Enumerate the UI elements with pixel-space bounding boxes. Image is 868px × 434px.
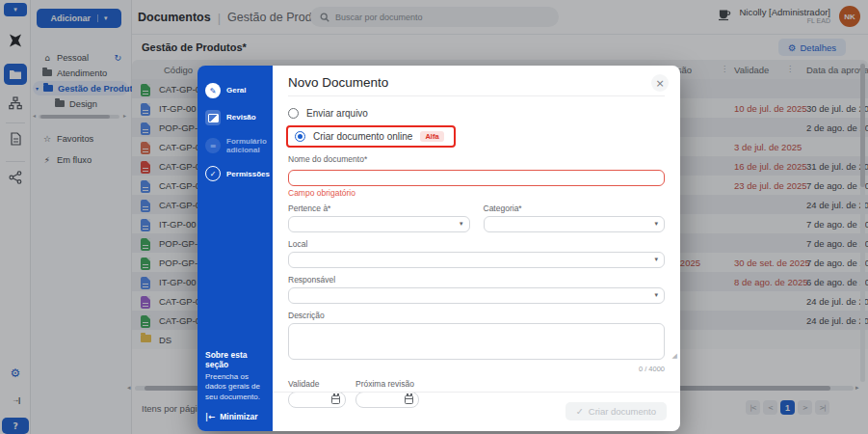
section-about: Sobre esta seção Preencha os dados gerai…: [205, 350, 268, 421]
modal-step-rail: ✎GeralRevisão≡Formulário adicional✓Permi…: [197, 66, 273, 431]
responsavel-label: Responsável: [288, 275, 665, 285]
pencil-step-icon: ✎: [205, 83, 221, 98]
descricao-textarea[interactable]: [288, 323, 665, 360]
radio-icon-selected[interactable]: [295, 131, 305, 142]
chevron-down-icon: ▾: [460, 220, 463, 228]
validade-date-input[interactable]: [288, 392, 346, 408]
step-geral[interactable]: ✎Geral: [197, 77, 273, 104]
descricao-label: Descrição: [288, 311, 665, 320]
highlight-box: Criar documento online Alfa: [286, 125, 456, 148]
validade-label: Validade: [288, 379, 346, 389]
categoria-label: Categoria*: [484, 203, 666, 213]
create-document-button[interactable]: ✓ Criar documento: [566, 402, 667, 420]
local-label: Local: [288, 239, 665, 249]
step-permiss-es[interactable]: ✓Permissões: [197, 160, 273, 187]
document-name-input[interactable]: [288, 170, 665, 186]
required-field-error: Campo obrigatório: [288, 188, 665, 198]
form-step-icon: ≡: [205, 138, 221, 153]
step-revis-o[interactable]: Revisão: [197, 104, 273, 131]
about-body: Preencha os dados gerais de seu document…: [205, 372, 265, 402]
close-button[interactable]: ×: [651, 74, 669, 92]
resize-handle-icon[interactable]: ◢: [672, 352, 677, 360]
name-field-label: Nome do documento*: [288, 154, 665, 164]
local-select[interactable]: ▾: [288, 252, 665, 268]
chevron-down-icon: ▾: [654, 256, 658, 263]
calendar-icon[interactable]: [331, 395, 340, 404]
pertence-label: Pertence à*: [288, 203, 470, 213]
step-formul-rio-adicional[interactable]: ≡Formulário adicional: [197, 131, 273, 160]
new-document-modal: ✎GeralRevisão≡Formulário adicional✓Permi…: [197, 66, 680, 431]
check-icon: ✓: [576, 406, 584, 417]
minimize-button[interactable]: |← Minimizar: [205, 412, 268, 421]
chevron-down-icon: ▾: [654, 220, 658, 228]
step-label: Permissões: [226, 170, 270, 178]
step-label: Geral: [226, 86, 246, 95]
modal-body: Novo Documento × Enviar arquivo Criar do…: [273, 66, 680, 431]
step-label: Formulário adicional: [226, 137, 269, 154]
app-window: ▾: [0, 0, 868, 434]
radio-enviar-arquivo[interactable]: Enviar arquivo: [288, 105, 665, 121]
check-step-icon: ✓: [205, 166, 221, 181]
radio-criar-online-label[interactable]: Criar documento online: [313, 131, 412, 142]
categoria-select[interactable]: ▾: [484, 216, 666, 232]
calendar-icon[interactable]: [405, 395, 413, 404]
pertence-select[interactable]: ▾: [288, 216, 470, 232]
alfa-badge: Alfa: [420, 131, 443, 142]
modal-title: Novo Documento: [288, 75, 665, 90]
close-icon: ×: [655, 77, 664, 90]
radio-icon[interactable]: [288, 108, 299, 119]
minimize-label: Minimizar: [220, 412, 257, 421]
minimize-icon: |←: [205, 412, 215, 421]
radio-label: Enviar arquivo: [306, 108, 368, 119]
proxima-revisao-label: Próxima revisão: [355, 379, 419, 389]
create-document-label: Criar documento: [589, 406, 656, 417]
step-label: Revisão: [226, 113, 256, 122]
chevron-down-icon: ▾: [654, 291, 658, 299]
proxima-revisao-date-input[interactable]: [355, 392, 419, 408]
image-step-icon: [205, 110, 221, 125]
about-title: Sobre esta seção: [205, 350, 268, 369]
responsavel-select[interactable]: ▾: [288, 287, 665, 304]
footer-divider: [273, 392, 680, 393]
char-counter: 0 / 4000: [288, 365, 665, 373]
